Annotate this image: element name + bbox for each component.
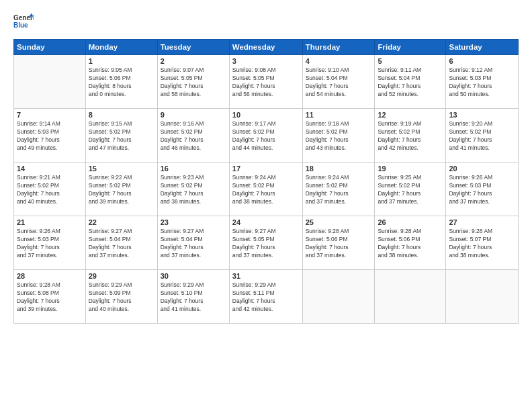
day-number: 9 — [161, 111, 226, 119]
day-info: Sunrise: 9:29 AMSunset: 5:10 PMDaylight:… — [161, 281, 226, 314]
day-cell: 27Sunrise: 9:28 AMSunset: 5:07 PMDayligh… — [446, 216, 519, 270]
day-cell: 24Sunrise: 9:27 AMSunset: 5:05 PMDayligh… — [229, 216, 302, 270]
day-info: Sunrise: 9:05 AMSunset: 5:06 PMDaylight:… — [89, 66, 154, 99]
logo-icon: General Blue — [13, 12, 34, 32]
day-info: Sunrise: 9:15 AMSunset: 5:02 PMDaylight:… — [89, 120, 154, 152]
day-cell: 2Sunrise: 9:07 AMSunset: 5:05 PMDaylight… — [157, 55, 229, 109]
day-number: 10 — [232, 111, 300, 119]
day-info: Sunrise: 9:12 AMSunset: 5:03 PMDaylight:… — [449, 66, 515, 99]
day-number: 25 — [306, 218, 372, 226]
day-cell — [14, 55, 86, 109]
week-row-4: 21Sunrise: 9:26 AMSunset: 5:03 PMDayligh… — [14, 216, 519, 270]
day-cell: 8Sunrise: 9:15 AMSunset: 5:02 PMDaylight… — [85, 109, 157, 163]
day-info: Sunrise: 9:14 AMSunset: 5:03 PMDaylight:… — [17, 120, 83, 152]
day-cell: 11Sunrise: 9:18 AMSunset: 5:02 PMDayligh… — [302, 109, 375, 163]
day-number: 19 — [378, 165, 443, 173]
day-cell: 23Sunrise: 9:27 AMSunset: 5:04 PMDayligh… — [157, 216, 229, 270]
header: General Blue — [13, 12, 519, 32]
day-info: Sunrise: 9:28 AMSunset: 5:07 PMDaylight:… — [449, 228, 515, 260]
day-info: Sunrise: 9:16 AMSunset: 5:02 PMDaylight:… — [161, 120, 226, 152]
day-cell: 17Sunrise: 9:24 AMSunset: 5:02 PMDayligh… — [229, 163, 302, 216]
day-number: 8 — [89, 111, 154, 119]
weekday-header-wednesday: Wednesday — [229, 40, 302, 55]
day-info: Sunrise: 9:24 AMSunset: 5:02 PMDaylight:… — [232, 174, 300, 206]
day-cell: 22Sunrise: 9:27 AMSunset: 5:04 PMDayligh… — [85, 216, 157, 270]
day-cell: 16Sunrise: 9:23 AMSunset: 5:02 PMDayligh… — [157, 163, 229, 216]
day-number: 17 — [232, 165, 300, 173]
day-info: Sunrise: 9:25 AMSunset: 5:02 PMDaylight:… — [378, 174, 443, 206]
day-info: Sunrise: 9:23 AMSunset: 5:02 PMDaylight:… — [161, 174, 226, 206]
day-number: 31 — [232, 272, 300, 280]
day-number: 12 — [378, 111, 443, 119]
weekday-header-thursday: Thursday — [302, 40, 375, 55]
day-number: 26 — [378, 218, 443, 226]
day-info: Sunrise: 9:08 AMSunset: 5:05 PMDaylight:… — [232, 66, 300, 99]
day-number: 3 — [232, 57, 300, 65]
day-number: 1 — [89, 57, 154, 65]
day-number: 7 — [17, 111, 83, 119]
day-number: 27 — [449, 218, 515, 226]
day-info: Sunrise: 9:17 AMSunset: 5:02 PMDaylight:… — [232, 120, 300, 152]
page: General Blue SundayMondayTuesdayWednesda… — [0, 0, 532, 411]
day-cell — [302, 270, 375, 324]
day-number: 15 — [89, 165, 154, 173]
weekday-header-friday: Friday — [375, 40, 446, 55]
day-cell: 26Sunrise: 9:28 AMSunset: 5:06 PMDayligh… — [375, 216, 446, 270]
day-number: 28 — [17, 272, 83, 280]
day-cell: 13Sunrise: 9:20 AMSunset: 5:02 PMDayligh… — [446, 109, 519, 163]
day-cell: 31Sunrise: 9:29 AMSunset: 5:11 PMDayligh… — [229, 270, 302, 324]
day-cell: 29Sunrise: 9:29 AMSunset: 5:09 PMDayligh… — [85, 270, 157, 324]
svg-text:Blue: Blue — [13, 21, 28, 29]
day-number: 23 — [161, 218, 226, 226]
weekday-header-saturday: Saturday — [446, 40, 519, 55]
logo: General Blue — [13, 12, 34, 32]
day-number: 16 — [161, 165, 226, 173]
day-cell: 5Sunrise: 9:11 AMSunset: 5:04 PMDaylight… — [375, 55, 446, 109]
day-cell: 21Sunrise: 9:26 AMSunset: 5:03 PMDayligh… — [14, 216, 86, 270]
day-info: Sunrise: 9:28 AMSunset: 5:06 PMDaylight:… — [378, 228, 443, 260]
day-info: Sunrise: 9:18 AMSunset: 5:02 PMDaylight:… — [306, 120, 372, 152]
day-cell: 10Sunrise: 9:17 AMSunset: 5:02 PMDayligh… — [229, 109, 302, 163]
day-info: Sunrise: 9:11 AMSunset: 5:04 PMDaylight:… — [378, 66, 443, 99]
day-info: Sunrise: 9:27 AMSunset: 5:04 PMDaylight:… — [89, 228, 154, 260]
week-row-1: 1Sunrise: 9:05 AMSunset: 5:06 PMDaylight… — [14, 55, 519, 109]
day-info: Sunrise: 9:26 AMSunset: 5:03 PMDaylight:… — [17, 228, 83, 260]
weekday-header-row: SundayMondayTuesdayWednesdayThursdayFrid… — [14, 40, 519, 55]
weekday-header-monday: Monday — [85, 40, 157, 55]
day-number: 24 — [232, 218, 300, 226]
day-number: 21 — [17, 218, 83, 226]
week-row-3: 14Sunrise: 9:21 AMSunset: 5:02 PMDayligh… — [14, 163, 519, 216]
day-cell: 12Sunrise: 9:19 AMSunset: 5:02 PMDayligh… — [375, 109, 446, 163]
day-info: Sunrise: 9:29 AMSunset: 5:11 PMDaylight:… — [232, 281, 300, 314]
day-number: 20 — [449, 165, 515, 173]
day-number: 22 — [89, 218, 154, 226]
weekday-header-sunday: Sunday — [14, 40, 86, 55]
day-info: Sunrise: 9:20 AMSunset: 5:02 PMDaylight:… — [449, 120, 515, 152]
day-cell: 6Sunrise: 9:12 AMSunset: 5:03 PMDaylight… — [446, 55, 519, 109]
day-number: 18 — [306, 165, 372, 173]
day-cell: 30Sunrise: 9:29 AMSunset: 5:10 PMDayligh… — [157, 270, 229, 324]
day-cell: 20Sunrise: 9:26 AMSunset: 5:03 PMDayligh… — [446, 163, 519, 216]
day-number: 11 — [306, 111, 372, 119]
day-cell: 3Sunrise: 9:08 AMSunset: 5:05 PMDaylight… — [229, 55, 302, 109]
day-number: 4 — [306, 57, 372, 65]
day-info: Sunrise: 9:28 AMSunset: 5:06 PMDaylight:… — [306, 228, 372, 260]
day-cell: 14Sunrise: 9:21 AMSunset: 5:02 PMDayligh… — [14, 163, 86, 216]
day-cell: 9Sunrise: 9:16 AMSunset: 5:02 PMDaylight… — [157, 109, 229, 163]
day-cell: 19Sunrise: 9:25 AMSunset: 5:02 PMDayligh… — [375, 163, 446, 216]
week-row-2: 7Sunrise: 9:14 AMSunset: 5:03 PMDaylight… — [14, 109, 519, 163]
day-info: Sunrise: 9:22 AMSunset: 5:02 PMDaylight:… — [89, 174, 154, 206]
day-cell: 1Sunrise: 9:05 AMSunset: 5:06 PMDaylight… — [85, 55, 157, 109]
day-cell: 25Sunrise: 9:28 AMSunset: 5:06 PMDayligh… — [302, 216, 375, 270]
week-row-5: 28Sunrise: 9:28 AMSunset: 5:08 PMDayligh… — [14, 270, 519, 324]
day-info: Sunrise: 9:26 AMSunset: 5:03 PMDaylight:… — [449, 174, 515, 206]
day-cell — [446, 270, 519, 324]
day-info: Sunrise: 9:29 AMSunset: 5:09 PMDaylight:… — [89, 281, 154, 314]
day-cell: 4Sunrise: 9:10 AMSunset: 5:04 PMDaylight… — [302, 55, 375, 109]
day-number: 29 — [89, 272, 154, 280]
day-info: Sunrise: 9:07 AMSunset: 5:05 PMDaylight:… — [161, 66, 226, 99]
day-cell — [375, 270, 446, 324]
day-number: 6 — [449, 57, 515, 65]
day-info: Sunrise: 9:21 AMSunset: 5:02 PMDaylight:… — [17, 174, 83, 206]
day-info: Sunrise: 9:10 AMSunset: 5:04 PMDaylight:… — [306, 66, 372, 99]
